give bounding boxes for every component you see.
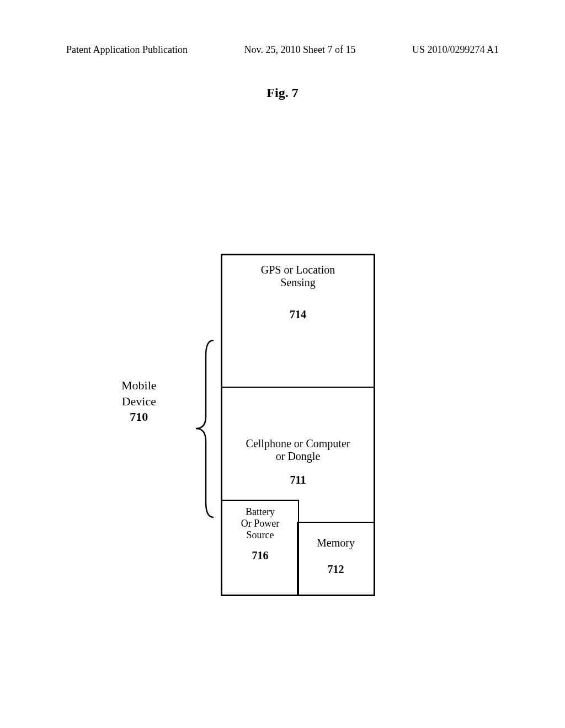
battery-box: Battery Or Power Source 716 [221,500,299,596]
figure-title: Fig. 7 [0,85,565,100]
gps-line1: GPS or Location [261,264,335,276]
header-publication-number: US 2010/0299274 A1 [412,44,499,56]
battery-line1: Battery [246,506,275,517]
battery-line2: Or Power [241,518,280,529]
cellphone-line1: Cellphone or Computer [246,437,350,449]
mobile-device-label: Mobile Device 710 [121,378,157,425]
mobile-device-ref: 710 [130,410,148,424]
mobile-device-line1: Mobile [121,378,157,392]
gps-ref: 714 [222,308,374,321]
memory-box: Memory 712 [297,522,375,596]
gps-line2: Sensing [280,276,315,288]
page-header: Patent Application Publication Nov. 25, … [0,44,565,56]
battery-line3: Source [247,529,274,540]
gps-box: GPS or Location Sensing 714 [222,255,374,388]
mobile-device-line2: Device [122,394,156,408]
header-date-sheet: Nov. 25, 2010 Sheet 7 of 15 [244,44,356,56]
battery-ref: 716 [222,549,298,562]
memory-ref: 712 [298,563,374,576]
header-publication-type: Patent Application Publication [66,44,188,56]
brace-icon [190,339,223,518]
memory-label: Memory [317,537,355,549]
cellphone-text: Cellphone or Computer or Dongle 711 [222,388,374,486]
main-device-box: GPS or Location Sensing 714 Cellphone or… [221,254,375,596]
cellphone-box: Cellphone or Computer or Dongle 711 Batt… [222,388,374,595]
cellphone-ref: 711 [222,474,374,486]
cellphone-line2: or Dongle [276,450,321,462]
